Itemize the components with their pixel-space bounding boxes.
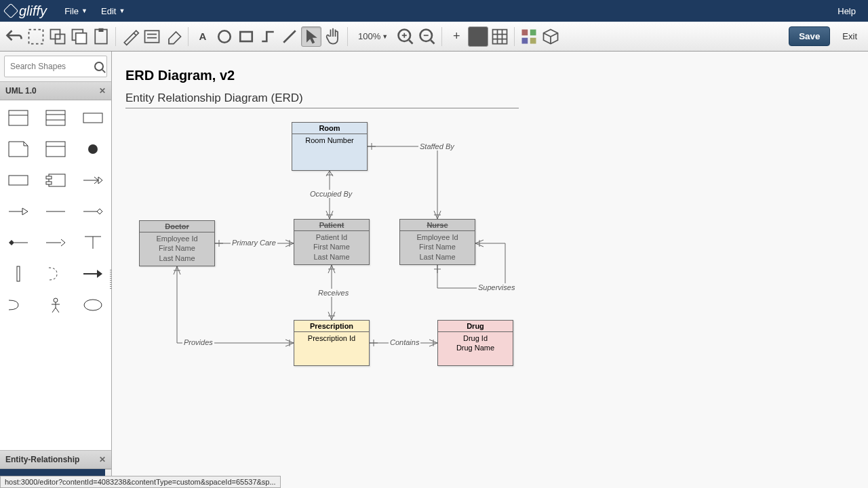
zoom-in-button[interactable] [395,26,416,47]
uml-shapes-grid [0,100,111,450]
panel-er[interactable]: Entity-Relationship ✕ [0,450,111,469]
shape-class3[interactable] [40,106,72,130]
svg-point-10 [218,30,231,43]
panel-uml[interactable]: UML 1.0 ✕ [0,81,111,100]
undo-button[interactable] [4,26,24,47]
shape-bar[interactable] [3,262,35,286]
entity-room[interactable]: Room Room Number [292,122,368,171]
menu-help[interactable]: Help [831,3,863,19]
line-tool-button[interactable] [279,26,300,47]
svg-line-51 [56,308,59,312]
app-logo: gliffy [5,3,47,19]
status-bar: host:3000/editor?contentId=4083238&conte… [0,476,281,488]
cube-button[interactable] [540,26,561,47]
erd-diagram[interactable]: Room Room Number Doctor Employee IdFirst… [125,122,854,407]
zoom-out-button[interactable] [417,26,437,47]
shape-filled-diamond[interactable] [3,230,35,255]
shape-curve[interactable] [40,262,72,286]
svg-point-32 [88,144,98,154]
svg-line-14 [409,40,412,43]
entity-doctor[interactable]: Doctor Employee IdFirst NameLast Name [139,220,215,266]
entity-drug[interactable]: Drug Drug IdDrug Name [437,320,513,366]
toolbar-separator [188,27,189,46]
copy-button[interactable] [69,26,90,47]
grid-toggle-button[interactable] [490,26,510,47]
rect-tool-button[interactable] [236,26,256,47]
rel-receives[interactable]: Receives [317,289,350,297]
eraser-tool-button[interactable] [163,26,184,47]
svg-point-47 [54,298,58,302]
svg-rect-45 [17,266,20,281]
shape-open-arrow[interactable] [77,168,108,192]
svg-rect-7 [145,30,159,43]
group-button[interactable] [47,26,68,47]
entity-patient[interactable]: Patient Patient IdFirst NameLast Name [294,219,370,265]
select-tool-button[interactable] [26,26,46,47]
shape-half-oval[interactable] [3,293,35,317]
shape-object[interactable] [40,137,72,161]
note-tool-button[interactable] [142,26,162,47]
shape-class[interactable] [3,106,35,130]
save-button[interactable]: Save [789,26,830,46]
svg-rect-23 [530,37,536,43]
svg-rect-26 [46,110,65,125]
rel-contains[interactable]: Contains [389,338,420,346]
rel-supervises[interactable]: Supervises [477,283,516,291]
shape-solid-arrow[interactable] [77,262,108,286]
shape-component[interactable] [40,168,72,192]
entity-nurse[interactable]: Nurse Employee IdFirst NameLast Name [399,219,475,265]
caret-down-icon: ▼ [119,7,125,14]
connector-tool-button[interactable] [258,26,278,47]
rel-occupied-by[interactable]: Occupied By [309,190,353,198]
paste-button[interactable] [91,26,111,47]
rel-primary-care[interactable]: Primary Care [231,239,277,247]
pan-tool-button[interactable] [323,26,343,47]
canvas[interactable]: ERD Diagram, v2 Entity Relationship Diag… [112,52,868,488]
svg-rect-20 [522,29,528,35]
caret-down-icon: ▼ [81,7,87,14]
shape-line[interactable] [40,199,72,224]
svg-rect-36 [46,182,52,184]
shape-tri-arrow[interactable] [3,199,35,224]
layers-button[interactable] [519,26,539,47]
svg-rect-24 [9,110,28,125]
search-input[interactable] [7,59,94,74]
text-tool-button[interactable]: A [193,26,213,47]
svg-rect-11 [240,32,252,41]
logo-icon [3,3,19,19]
rel-staffed-by[interactable]: Staffed By [418,142,456,150]
toolbar-separator [115,27,116,46]
shape-note[interactable] [3,137,35,161]
close-icon[interactable]: ✕ [99,455,106,464]
shape-search[interactable] [4,56,107,77]
shape-arrow-dash[interactable] [40,230,72,255]
svg-point-52 [84,300,102,310]
svg-rect-6 [99,28,104,31]
svg-line-18 [431,40,434,43]
shape-dot[interactable] [77,137,108,161]
svg-rect-33 [9,176,28,185]
shape-ellipse[interactable] [77,293,108,317]
section-title: Entity Relationship Diagram (ERD) [125,92,519,108]
shape-actor[interactable] [40,293,72,317]
zoom-dropdown[interactable]: 100% ▼ [352,26,394,47]
shape-tree[interactable] [77,230,108,255]
rel-provides[interactable]: Provides [182,338,214,346]
close-icon[interactable]: ✕ [99,86,106,96]
pencil-tool-button[interactable] [120,26,140,47]
svg-rect-21 [530,29,536,35]
search-icon[interactable] [94,62,104,71]
pointer-tool-button[interactable] [301,26,321,47]
shape-simple-rect[interactable] [3,168,35,192]
toolbar: A 100% ▼ + Save Exit [0,22,868,52]
add-page-button[interactable]: + [446,26,467,47]
fill-color-picker[interactable] [468,26,488,47]
svg-rect-29 [83,113,102,123]
shape-rect[interactable] [77,106,108,130]
circle-tool-button[interactable] [214,26,235,47]
shape-diamond-line[interactable] [77,199,108,224]
entity-prescription[interactable]: Prescription Prescription Id [294,320,370,366]
menu-file[interactable]: File▼ [58,3,94,19]
menu-edit[interactable]: Edit▼ [94,3,132,19]
exit-button[interactable]: Exit [835,27,864,45]
